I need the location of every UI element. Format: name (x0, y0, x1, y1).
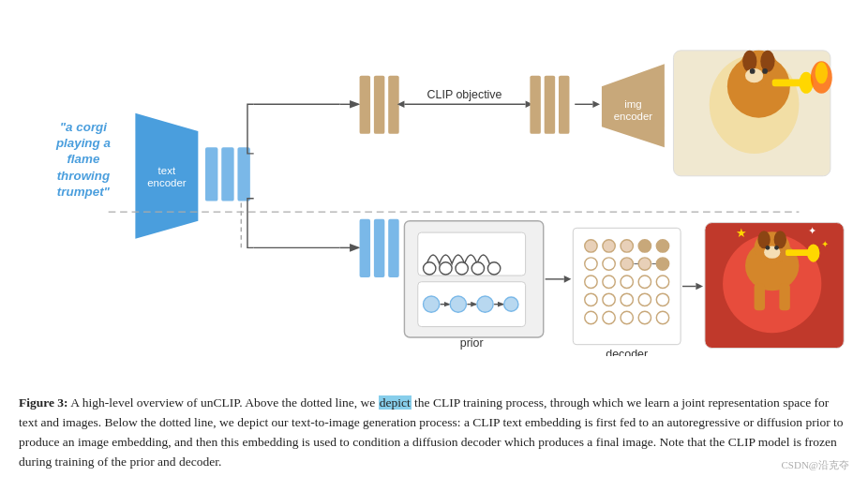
dec-dot-r4-1 (585, 293, 597, 306)
dec-dot-r4-3 (621, 293, 633, 306)
text-input-label3: flame (67, 152, 100, 166)
clip-emb-top-3 (388, 76, 398, 134)
prior-label: prior (460, 336, 484, 350)
text-input-label5: trumpet" (57, 185, 111, 199)
dec-dot-r5-4 (638, 311, 651, 323)
main-container: "a corgi playing a flame throwing trumpe… (0, 0, 868, 477)
lower-emb-3 (388, 219, 398, 277)
caption-area: Figure 3: A high-level overview of unCLI… (0, 386, 868, 477)
caption-highlight-word: depict (379, 395, 412, 410)
dec-dot-r1-1 (585, 240, 597, 252)
dec-dot-r5-3 (621, 311, 633, 323)
diagram-area: "a corgi playing a flame throwing trumpe… (19, 9, 849, 356)
text-encoder-label: text (158, 165, 176, 176)
diff-circle-1 (424, 296, 440, 312)
lower-emb-1 (360, 219, 370, 277)
bracket-top (247, 104, 254, 154)
star-3: ✦ (821, 239, 829, 249)
bracket-bottom (247, 199, 254, 248)
text-encoder-label2: encoder (147, 177, 187, 188)
leg-right (779, 284, 789, 311)
dec-dot-r5-1 (585, 311, 597, 323)
text-input-label4: throwing (57, 169, 110, 183)
diff-circle-3 (477, 296, 493, 312)
dec-dot-r5-2 (603, 311, 615, 323)
dec-out-arrowhead (696, 283, 703, 291)
dec-dot-r3-1 (585, 276, 597, 288)
dec-dot-r1-2 (603, 240, 615, 252)
eye-left (750, 68, 756, 74)
decoder-label: decoder (606, 348, 648, 356)
text-input-label: "a corgi (60, 120, 107, 134)
img-emb-2 (545, 76, 555, 134)
clip-emb-top-1 (360, 76, 370, 134)
clip-emb-top-2 (374, 76, 384, 134)
prior-circle-3 (456, 262, 468, 275)
dec-dot-r2-1 (585, 258, 597, 270)
leg-left (755, 284, 765, 311)
dec-dot-r5-5 (656, 311, 668, 323)
star-1: ★ (736, 226, 747, 240)
ear-right (760, 51, 774, 72)
dec-dot-r1-5 (656, 240, 668, 252)
watermark: CSDN@沿克夺 (782, 458, 849, 472)
text-emb-1 (205, 147, 217, 201)
text-input-label2: playing a (55, 136, 112, 150)
img-emb-1 (530, 76, 540, 134)
dec-dot-r1-3 (621, 240, 633, 252)
eye-right (762, 68, 768, 74)
caption-text-before-highlight: A high-level overview of unCLIP. Above t… (70, 395, 378, 410)
dec-dot-r4-2 (603, 293, 615, 306)
star-2: ✦ (808, 225, 816, 236)
text-emb-2 (221, 147, 233, 201)
diff-circle-2 (450, 296, 466, 312)
dec-dot-r2-5 (656, 258, 668, 270)
img-emb-3 (559, 76, 569, 134)
lower-emb-2 (374, 219, 384, 277)
dec-dot-r2-4 (638, 258, 651, 270)
eye-left-bot (766, 246, 771, 250)
trumpet-bell-bot (807, 245, 819, 262)
img-enc-arrow (592, 100, 600, 108)
trumpet (772, 79, 803, 86)
prior-circle-4 (471, 262, 484, 275)
prior-dec-arrowhead (564, 276, 572, 283)
dec-dot-r4-5 (656, 293, 668, 306)
diff-circle-4 (504, 297, 518, 311)
dec-dot-r2-2 (603, 258, 615, 270)
clip-objective-label: CLIP objective (427, 88, 502, 101)
dec-dot-r2-3 (621, 258, 633, 270)
eye-right-bot (774, 246, 779, 250)
img-encoder-label2: encoder (614, 112, 653, 123)
prior-circle-1 (424, 262, 436, 275)
dec-dot-r1-4 (638, 240, 651, 252)
architecture-diagram: "a corgi playing a flame throwing trumpe… (19, 9, 849, 356)
dec-dot-r3-5 (656, 276, 668, 288)
dec-dot-r3-3 (621, 276, 633, 288)
prior-circle-2 (440, 262, 452, 275)
caption-figure-label: Figure 3: (19, 395, 68, 410)
dec-dot-r4-4 (638, 293, 651, 306)
dec-dot-r3-4 (638, 276, 651, 288)
prior-circle-5 (487, 262, 500, 275)
text-emb-3 (237, 147, 249, 201)
dec-dot-r3-2 (603, 276, 615, 288)
flame-inner (816, 62, 828, 83)
img-encoder-label: img (624, 98, 641, 110)
